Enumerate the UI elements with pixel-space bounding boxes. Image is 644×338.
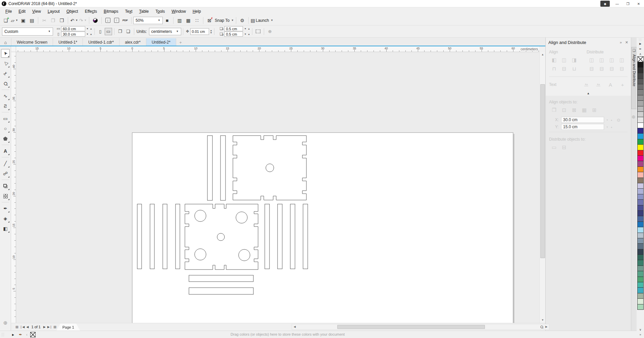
extent-of-page-button[interactable]: ⊟ (559, 143, 569, 152)
color-eyedropper-tool[interactable]: ✒ (1, 204, 10, 213)
distribute-spacing-h-button[interactable]: ◫ (607, 56, 617, 64)
color-swatch[interactable] (637, 100, 644, 106)
menu-bitmaps[interactable]: Bitmaps (100, 8, 121, 15)
palette-flyout-icon[interactable]: ▶ (639, 42, 641, 47)
snap-to-dropdown[interactable]: Snap To▼ (214, 16, 234, 25)
align-center-v-button[interactable]: ⊟ (559, 64, 569, 73)
color-swatch[interactable] (637, 155, 644, 161)
color-swatch[interactable] (637, 199, 644, 205)
color-swatch[interactable] (637, 123, 644, 128)
color-swatch[interactable] (637, 216, 644, 222)
color-swatch[interactable] (637, 111, 644, 117)
align-center-h-button[interactable]: ◫ (559, 56, 569, 64)
page-tab[interactable]: Page 1 (56, 324, 80, 331)
cut-button[interactable]: ✂ (40, 16, 48, 25)
drawing-object[interactable] (303, 204, 308, 269)
color-swatch[interactable] (637, 210, 644, 216)
export-button[interactable]: ↑ (112, 16, 120, 25)
palette-grip[interactable] (639, 38, 642, 41)
distribute-left-button[interactable]: ◫ (587, 56, 597, 64)
tab-untitled-2-[interactable]: Untitled-2* (146, 38, 176, 46)
open-button[interactable]: ▱▼ (10, 16, 18, 25)
crop-tool[interactable]: ✂ (1, 69, 10, 78)
search-content-button[interactable] (91, 16, 99, 25)
publish-pdf-button[interactable]: PDF (121, 16, 129, 25)
color-swatch[interactable] (637, 178, 644, 183)
vertical-scrollbar[interactable]: ▲ ▼ (539, 52, 545, 323)
color-swatch[interactable] (637, 95, 644, 101)
menu-table[interactable]: Table (136, 8, 152, 15)
previous-page-icon[interactable]: ◀ (25, 325, 30, 329)
extent-of-selection-button[interactable]: ▭ (549, 143, 559, 152)
page-edge-button[interactable]: ⊡ (559, 106, 569, 114)
color-swatch[interactable] (637, 282, 644, 288)
color-swatch[interactable] (637, 287, 644, 293)
drop-shadow-tool[interactable] (1, 182, 10, 190)
home-tab[interactable]: ⌂ (0, 38, 11, 46)
drawing-object[interactable] (137, 204, 142, 269)
x-spinner[interactable]: ▼ ▲ (606, 119, 613, 121)
color-swatch[interactable] (637, 271, 644, 277)
text-baseline-last-button[interactable]: Aa (593, 80, 603, 89)
menu-layout[interactable]: Layout (44, 8, 63, 15)
align-x-field[interactable]: 30.0 cm (561, 117, 604, 123)
tab-welcome-screen[interactable]: Welcome Screen (11, 38, 53, 46)
vertical-ruler[interactable]: 403530252015105 (11, 52, 16, 323)
menu-text[interactable]: Text (121, 8, 136, 15)
drawing-object[interactable] (195, 249, 206, 260)
treat-as-filled-button[interactable] (254, 28, 262, 35)
show-guidelines-button[interactable]: ∷ (193, 16, 201, 25)
snap-off-button[interactable]: ⊠ (205, 16, 213, 25)
menu-tools[interactable]: Tools (152, 8, 168, 15)
zoom-tool[interactable]: Ϙ (1, 79, 10, 88)
copy-button[interactable]: ❐ (49, 16, 57, 25)
specified-point-button[interactable]: ⊞ (589, 106, 599, 114)
launch-dropdown[interactable]: ▤Launch▼ (251, 16, 274, 25)
align-bottom-button[interactable]: ⊔ (569, 64, 579, 73)
show-grid-button[interactable]: ▦ (184, 16, 192, 25)
align-top-button[interactable]: ⊓ (549, 64, 559, 73)
align-left-button[interactable]: ◧ (549, 56, 559, 64)
scroll-left-icon[interactable]: ◀ (292, 324, 297, 330)
y-spinner[interactable]: ▼ ▲ (606, 126, 613, 128)
next-page-icon[interactable]: ▶ (42, 325, 47, 329)
color-swatch[interactable] (637, 254, 644, 260)
close-button[interactable]: ✕ (633, 0, 644, 7)
drawing-object[interactable] (176, 204, 180, 269)
units-combo[interactable]: centimeters▼ (149, 28, 181, 35)
drawing-object[interactable] (189, 288, 253, 294)
align-right-button[interactable]: ◨ (569, 56, 579, 64)
palette-row-flyout-icon[interactable]: ▶ (10, 331, 16, 338)
drawing-object[interactable] (163, 204, 167, 269)
color-swatch[interactable] (637, 183, 644, 189)
menu-effects[interactable]: Effects (82, 8, 100, 15)
color-swatch[interactable] (637, 73, 644, 79)
new-document-button[interactable]: ❏ (2, 16, 10, 25)
page-height-spinner[interactable]: ▼ ▲ (86, 33, 93, 35)
color-swatch[interactable] (637, 128, 644, 134)
zoom-tool-icon[interactable]: Ϙ (539, 324, 545, 330)
nudge-spinner[interactable]: ▲▼ (210, 29, 213, 34)
drawing-object[interactable] (236, 212, 247, 223)
distribute-center-v-button[interactable]: ⊟ (597, 64, 607, 73)
docker-tab-align-distribute[interactable]: ❏ Align and Distribute (631, 47, 637, 109)
color-swatch[interactable] (637, 293, 644, 299)
quick-customize-icon[interactable]: ⊕ (632, 114, 636, 119)
no-color-swatch[interactable] (637, 56, 644, 62)
color-swatch[interactable] (637, 233, 644, 238)
full-screen-preview-button[interactable]: ■ (163, 16, 171, 25)
drawing-canvas[interactable] (11, 52, 539, 323)
grid-button[interactable]: ▦ (579, 106, 589, 114)
specify-point-icon[interactable]: ⊙ (617, 117, 621, 123)
distribute-top-button[interactable]: ⊟ (587, 64, 597, 73)
drawing-object[interactable] (195, 210, 206, 222)
customize-toolbox-button[interactable]: ⊕ (1, 319, 10, 327)
print-button[interactable]: ▤ (28, 16, 36, 25)
menu-view[interactable]: View (29, 8, 44, 15)
align-to-point-button[interactable]: + (617, 80, 628, 89)
palette-scroll-up-icon[interactable]: ∧ (639, 52, 642, 57)
color-swatch[interactable] (637, 188, 644, 194)
account-icon[interactable]: ☻ (600, 1, 610, 7)
color-swatch[interactable] (637, 79, 644, 84)
color-swatch[interactable] (637, 243, 644, 249)
